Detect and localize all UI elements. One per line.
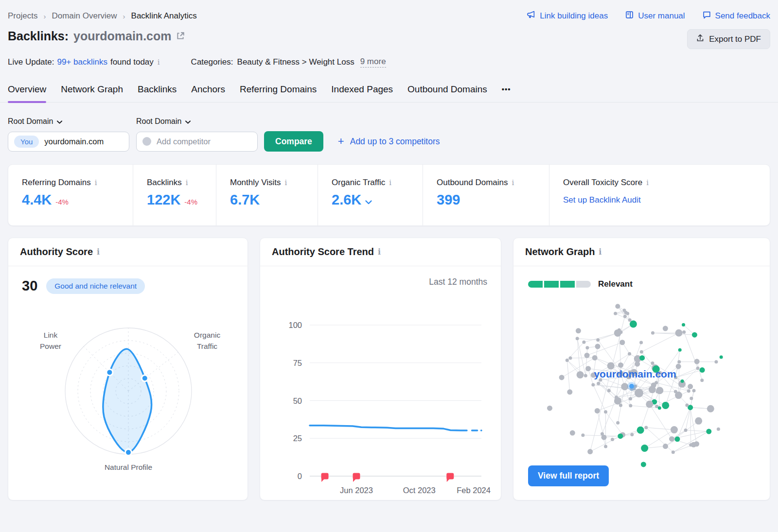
- chevron-down-icon[interactable]: [365, 192, 372, 208]
- tab-network-graph[interactable]: Network Graph: [61, 84, 123, 102]
- trend-header: Authority Score Trendi: [260, 238, 501, 266]
- card-title: Network Graph: [525, 246, 595, 257]
- metric-outbound-domains: Outbound Domainsi 399: [423, 165, 549, 225]
- authority-score-radar-chart: LinkPowerOrganicTrafficNatural Profile: [8, 299, 248, 480]
- authority-score-value: 30: [22, 278, 37, 294]
- authority-score-value-row: 30 Good and niche relevant: [8, 266, 248, 294]
- send-feedback-label: Send feedback: [715, 11, 770, 21]
- breadcrumb: Projects › Domain Overview › Backlink An…: [8, 11, 197, 21]
- svg-text:Oct 2023: Oct 2023: [403, 486, 436, 495]
- competitor-text-field[interactable]: [157, 137, 239, 146]
- breadcrumb-domain-overview[interactable]: Domain Overview: [52, 11, 117, 21]
- scope-selectors: Root Domain Root Domain: [0, 117, 778, 126]
- metric-backlinks: Backlinksi 122K-4%: [133, 165, 216, 225]
- network-graph-card: Network Graphi Relevant yourdomain.com V…: [513, 238, 770, 500]
- metric-value: 4.4K: [22, 192, 52, 208]
- book-icon: [625, 11, 634, 21]
- info-icon[interactable]: i: [378, 247, 381, 257]
- tab-bar: Overview Network Graph Backlinks Anchors…: [0, 84, 778, 103]
- authority-score-badge: Good and niche relevant: [46, 278, 145, 294]
- title-prefix: Backlinks:: [8, 29, 69, 43]
- tab-overview[interactable]: Overview: [8, 84, 46, 102]
- svg-text:Traffic: Traffic: [197, 342, 217, 350]
- more-categories-link[interactable]: 9 more: [360, 57, 386, 68]
- tab-anchors[interactable]: Anchors: [191, 84, 225, 102]
- metric-value: 122K: [147, 192, 180, 208]
- metric-value: 6.7K: [230, 192, 260, 208]
- tab-referring-domains[interactable]: Referring Domains: [240, 84, 317, 102]
- metric-organic-traffic: Organic Traffici 2.6K: [318, 165, 423, 225]
- info-icon[interactable]: i: [599, 247, 601, 257]
- you-badge: You: [14, 136, 39, 148]
- title-row: Backlinks: yourdomain.com Export to PDF: [0, 29, 778, 49]
- link-building-ideas-label: Link building ideas: [540, 11, 608, 21]
- competitor-color-dot: [142, 137, 151, 146]
- subheader-row: Live Update: 99+ backlinks found today i…: [0, 57, 778, 68]
- info-icon[interactable]: i: [97, 247, 100, 257]
- svg-text:50: 50: [293, 396, 302, 405]
- info-icon[interactable]: i: [186, 178, 188, 187]
- authority-score-trend-card: Authority Score Trendi Last 12 months 02…: [260, 238, 501, 500]
- title-domain: yourdomain.com: [73, 29, 171, 43]
- info-icon[interactable]: i: [646, 178, 649, 187]
- metric-delta: -4%: [55, 198, 69, 206]
- root-domain-dropdown-competitor[interactable]: Root Domain: [136, 117, 265, 126]
- tab-backlinks[interactable]: Backlinks: [138, 84, 177, 102]
- user-manual-link[interactable]: User manual: [625, 11, 685, 21]
- compare-button[interactable]: Compare: [264, 131, 323, 152]
- breadcrumb-projects[interactable]: Projects: [8, 11, 37, 21]
- set-up-backlink-audit-link[interactable]: Set up Backlink Audit: [563, 195, 770, 205]
- metric-toxicity-score: Overall Toxicity Scorei Set up Backlink …: [549, 165, 770, 225]
- backlinks-found-link[interactable]: 99+ backlinks: [57, 57, 107, 67]
- root-domain-label: Root Domain: [136, 117, 181, 126]
- tab-outbound-domains[interactable]: Outbound Domains: [407, 84, 487, 102]
- svg-text:100: 100: [288, 321, 302, 329]
- live-update-info-icon[interactable]: i: [158, 58, 160, 67]
- svg-text:0: 0: [298, 472, 302, 481]
- categories-label: Categories:: [191, 57, 233, 67]
- add-competitors-link[interactable]: + Add up to 3 competitors: [338, 135, 440, 148]
- card-title: Authority Score: [20, 246, 93, 257]
- authority-score-trend-chart: 0255075100Jun 2023Oct 2023Feb 2024: [260, 287, 502, 500]
- info-icon[interactable]: i: [512, 178, 514, 187]
- relevance-label: Relevant: [598, 279, 633, 289]
- feedback-bubble-icon: [703, 11, 711, 21]
- add-competitor-input[interactable]: [136, 132, 258, 152]
- metric-label: Backlinks: [147, 178, 182, 188]
- send-feedback-link[interactable]: Send feedback: [703, 11, 770, 21]
- your-domain-value: yourdomain.com: [44, 137, 104, 146]
- page-title: Backlinks: yourdomain.com: [8, 29, 185, 43]
- root-domain-dropdown-you[interactable]: Root Domain: [8, 117, 136, 126]
- info-icon[interactable]: i: [95, 178, 97, 187]
- more-tabs-icon[interactable]: •••: [502, 85, 511, 102]
- info-icon[interactable]: i: [389, 178, 391, 187]
- tab-indexed-pages[interactable]: Indexed Pages: [331, 84, 393, 102]
- backlink-analytics-page: Projects › Domain Overview › Backlink An…: [0, 0, 778, 532]
- export-to-pdf-button[interactable]: Export to PDF: [687, 29, 770, 49]
- svg-text:Power: Power: [40, 342, 61, 350]
- topbar: Projects › Domain Overview › Backlink An…: [0, 0, 778, 21]
- summary-metrics-bar: Referring Domainsi 4.4K-4% Backlinksi 12…: [8, 164, 770, 226]
- svg-text:Feb 2024: Feb 2024: [457, 486, 491, 495]
- root-domain-label: Root Domain: [8, 117, 53, 126]
- upload-icon: [696, 34, 704, 44]
- network-graph-header: Network Graphi: [513, 238, 770, 266]
- svg-text:Jun 2023: Jun 2023: [340, 486, 373, 495]
- svg-text:75: 75: [293, 359, 302, 367]
- relevance-segments: [528, 281, 591, 288]
- user-manual-label: User manual: [638, 11, 685, 21]
- widget-cards-row: Authority Scorei 30 Good and niche relev…: [8, 238, 770, 500]
- authority-score-header: Authority Scorei: [8, 238, 248, 266]
- chevron-down-icon: [185, 117, 191, 126]
- svg-text:Link: Link: [44, 331, 58, 339]
- link-building-ideas-link[interactable]: Link building ideas: [527, 11, 608, 21]
- authority-score-card: Authority Scorei 30 Good and niche relev…: [8, 238, 248, 500]
- export-to-pdf-label: Export to PDF: [709, 34, 761, 44]
- svg-text:Natural Profile: Natural Profile: [105, 463, 152, 471]
- view-full-report-button[interactable]: View full report: [528, 465, 609, 486]
- breadcrumb-backlink-analytics: Backlink Analytics: [131, 11, 197, 21]
- chevron-down-icon: [57, 117, 62, 126]
- your-domain-input[interactable]: You yourdomain.com: [8, 132, 129, 152]
- external-link-icon[interactable]: [176, 29, 185, 43]
- info-icon[interactable]: i: [285, 178, 287, 187]
